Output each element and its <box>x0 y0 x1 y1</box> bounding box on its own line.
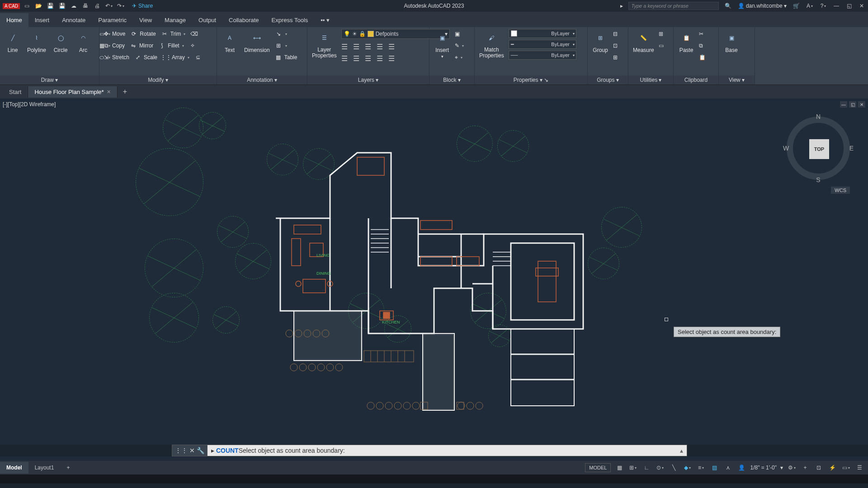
viewcube-south[interactable]: S <box>816 176 820 183</box>
erase-icon[interactable]: ⌫ <box>190 29 198 39</box>
copy-clip-icon[interactable]: ⧉ <box>699 41 706 51</box>
user-menu[interactable]: 👤 dan.whitcombe ▾ <box>738 3 787 9</box>
wcs-badge[interactable]: WCS <box>831 187 850 194</box>
annoscale-icon[interactable]: ⋏ <box>723 463 733 473</box>
paste-special-icon[interactable]: 📋 <box>699 52 706 62</box>
arc-button[interactable]: ◠Arc <box>73 29 93 54</box>
document-tab[interactable]: House Floor Plan Sample*✕ <box>28 86 117 98</box>
start-tab[interactable]: Start <box>3 86 28 98</box>
cart-icon[interactable]: 🛒 <box>792 2 800 10</box>
rotate-button[interactable]: ⟳Rotate <box>130 29 156 39</box>
layer-tool-4[interactable]: ☰ <box>377 42 386 51</box>
redo-button[interactable]: ↷ <box>117 2 125 10</box>
insert-button[interactable]: ▣Insert▾ <box>432 29 452 60</box>
layout1-tab[interactable]: Layout1 <box>28 462 61 474</box>
transparency-icon[interactable]: ▨ <box>709 463 719 473</box>
close-tab-icon[interactable]: ✕ <box>107 89 111 95</box>
drawing-viewport[interactable]: [-][Top][2D Wireframe] — ◱ ✕ N S E W TOP… <box>0 99 868 440</box>
tab-output[interactable]: Output <box>192 13 222 27</box>
restore-button[interactable]: ◱ <box>845 2 853 9</box>
open-icon[interactable]: 📂 <box>34 2 42 10</box>
circle-button[interactable]: ◯Circle <box>51 29 71 54</box>
cut-icon[interactable]: ✂ <box>699 29 706 39</box>
layer-tool-8[interactable]: ☰ <box>365 54 374 62</box>
viewcube-top-face[interactable]: TOP <box>809 139 829 159</box>
plus-icon[interactable]: + <box>800 463 810 473</box>
layer-tool-7[interactable]: ☰ <box>353 54 362 62</box>
select-icon[interactable]: ▭ <box>659 41 664 51</box>
help-icon[interactable]: ? <box>819 2 827 10</box>
viewcube-west[interactable]: W <box>783 145 789 152</box>
fillet-button[interactable]: ⟆Fillet <box>158 41 184 51</box>
osnap-icon[interactable]: ◆ <box>682 463 692 473</box>
layer-tool-10[interactable]: ☰ <box>388 54 397 62</box>
trim-button[interactable]: ✂Trim <box>160 29 186 39</box>
cmd-history-icon[interactable]: ▴ <box>680 447 683 454</box>
group-edit-icon[interactable]: ⊡ <box>613 41 618 51</box>
mirror-button[interactable]: ⇋Mirror <box>129 41 153 51</box>
panel-properties-label[interactable]: Properties ▾ ↘ <box>475 75 587 84</box>
tab-manage[interactable]: Manage <box>158 13 192 27</box>
layer-tool-1[interactable]: ☰ <box>341 42 350 51</box>
ortho-icon[interactable]: ∟ <box>642 463 651 473</box>
panel-utilities-label[interactable]: Utilities ▾ <box>628 75 673 84</box>
search-arrow-icon[interactable]: ▸ <box>620 3 623 9</box>
customize-icon[interactable]: ☰ <box>854 463 864 473</box>
print-icon[interactable]: 🖨 <box>93 2 101 10</box>
annovisibility-icon[interactable]: 👤 <box>736 463 746 473</box>
count-icon[interactable]: ⊞ <box>659 29 664 39</box>
command-line[interactable]: ⋮⋮ ✕ 🔧 ▸ COUNT Select object as count ar… <box>172 445 687 456</box>
tab-insert[interactable]: Insert <box>28 13 56 27</box>
viewport-label[interactable]: [-][Top][2D Wireframe] <box>3 101 56 108</box>
new-tab-button[interactable]: + <box>118 88 132 96</box>
linetype-dropdown[interactable]: ──ByLayer <box>509 51 576 60</box>
hardware-accel-icon[interactable]: ⚡ <box>827 463 837 473</box>
new-layout-button[interactable]: + <box>60 462 76 474</box>
explode-icon[interactable]: ✧ <box>189 41 197 51</box>
dimension-button[interactable]: ⟷Dimension <box>242 29 272 54</box>
panel-layers-label[interactable]: Layers ▾ <box>307 75 429 84</box>
line-button[interactable]: ╱Line <box>3 29 23 54</box>
snap-icon[interactable]: ⊞ <box>628 463 638 473</box>
viewport-minimize-icon[interactable]: — <box>840 101 847 108</box>
tab-home[interactable]: Home <box>0 13 28 27</box>
new-icon[interactable]: ▭ <box>23 2 31 10</box>
panel-annotation-label[interactable]: Annotation ▾ <box>217 75 307 84</box>
measure-button[interactable]: 📏Measure <box>631 29 656 54</box>
tab-parametric[interactable]: Parametric <box>92 13 133 27</box>
search-icon[interactable]: 🔍 <box>724 2 732 10</box>
isolate-icon[interactable]: ⊡ <box>814 463 824 473</box>
cmd-config-icon[interactable]: 🔧 <box>197 447 204 454</box>
autodesk-app-icon[interactable]: A <box>806 2 814 10</box>
layer-tool-6[interactable]: ☰ <box>341 54 350 62</box>
layer-properties-button[interactable]: ☰Layer Properties <box>310 29 339 60</box>
undo-button[interactable]: ↶ <box>105 2 113 10</box>
move-button[interactable]: ✥Move <box>102 29 125 39</box>
tab-annotate[interactable]: Annotate <box>56 13 92 27</box>
close-button[interactable]: ✕ <box>858 2 865 9</box>
table-button[interactable]: ▦Table <box>274 52 297 62</box>
lineweight-icon[interactable]: ≡ <box>696 463 706 473</box>
layer-tool-3[interactable]: ☰ <box>365 42 374 51</box>
panel-block-label[interactable]: Block ▾ <box>429 75 474 84</box>
cmd-close-icon[interactable]: ✕ <box>189 447 195 454</box>
web-save-icon[interactable]: ☁ <box>70 2 78 10</box>
save-icon[interactable]: 💾 <box>46 2 54 10</box>
share-button[interactable]: ✈ Share <box>132 3 153 9</box>
copy-button[interactable]: ⧉Copy <box>102 41 125 51</box>
viewcube-north[interactable]: N <box>816 113 821 120</box>
group-button[interactable]: ⊞Group <box>590 29 610 54</box>
search-input[interactable]: Type a keyword or phrase <box>628 2 719 10</box>
plot-icon[interactable]: 🖶 <box>81 2 90 10</box>
panel-view-label[interactable]: View ▾ <box>719 75 755 84</box>
tab-collaborate[interactable]: Collaborate <box>222 13 265 27</box>
panel-draw-label[interactable]: Draw ▾ <box>0 75 99 84</box>
model-tab[interactable]: Model <box>0 462 28 474</box>
scale-display[interactable]: 1/8" = 1'-0" <box>750 465 777 471</box>
stretch-button[interactable]: ⇲Stretch <box>102 52 129 62</box>
layer-tool-9[interactable]: ☰ <box>377 54 386 62</box>
viewport-close-icon[interactable]: ✕ <box>858 101 865 108</box>
panel-modify-label[interactable]: Modify ▾ <box>99 75 217 84</box>
viewport-restore-icon[interactable]: ◱ <box>849 101 856 108</box>
scale-button[interactable]: ⤢Scale <box>134 52 157 62</box>
